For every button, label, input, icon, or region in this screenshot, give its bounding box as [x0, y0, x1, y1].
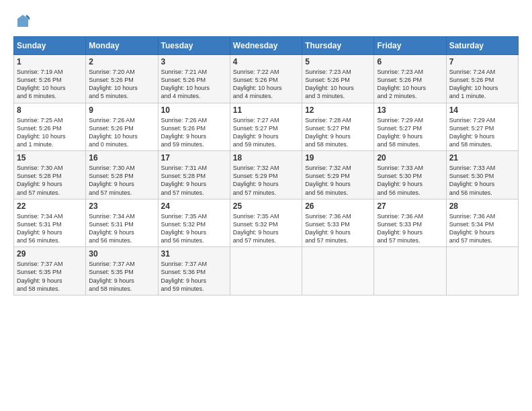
calendar-header-thursday: Thursday — [302, 37, 374, 55]
calendar-cell: 26Sunrise: 7:36 AM Sunset: 5:33 PM Dayli… — [302, 199, 374, 247]
calendar-cell: 5Sunrise: 7:23 AM Sunset: 5:26 PM Daylig… — [302, 55, 374, 103]
calendar-cell: 9Sunrise: 7:26 AM Sunset: 5:26 PM Daylig… — [86, 103, 158, 151]
day-number: 26 — [305, 201, 371, 211]
day-info: Sunrise: 7:24 AM Sunset: 5:26 PM Dayligh… — [449, 68, 515, 101]
day-info: Sunrise: 7:30 AM Sunset: 5:28 PM Dayligh… — [89, 164, 154, 197]
day-info: Sunrise: 7:33 AM Sunset: 5:30 PM Dayligh… — [377, 164, 443, 197]
calendar-cell: 14Sunrise: 7:29 AM Sunset: 5:27 PM Dayli… — [446, 103, 518, 151]
calendar-cell: 1Sunrise: 7:19 AM Sunset: 5:26 PM Daylig… — [14, 55, 86, 103]
day-info: Sunrise: 7:37 AM Sunset: 5:36 PM Dayligh… — [161, 260, 227, 293]
calendar-cell — [302, 247, 374, 295]
calendar-cell: 2Sunrise: 7:20 AM Sunset: 5:26 PM Daylig… — [86, 55, 158, 103]
day-number: 25 — [233, 201, 299, 211]
day-number: 2 — [89, 57, 154, 66]
day-number: 21 — [449, 153, 515, 163]
day-info: Sunrise: 7:34 AM Sunset: 5:31 PM Dayligh… — [17, 212, 83, 245]
calendar-cell — [230, 247, 302, 295]
calendar-cell: 31Sunrise: 7:37 AM Sunset: 5:36 PM Dayli… — [158, 247, 230, 295]
day-number: 12 — [305, 105, 371, 115]
day-number: 3 — [161, 57, 227, 66]
calendar-cell: 22Sunrise: 7:34 AM Sunset: 5:31 PM Dayli… — [14, 199, 86, 247]
day-info: Sunrise: 7:26 AM Sunset: 5:26 PM Dayligh… — [89, 116, 154, 149]
logo — [13, 13, 31, 30]
calendar-cell: 11Sunrise: 7:27 AM Sunset: 5:27 PM Dayli… — [230, 103, 302, 151]
calendar-cell: 27Sunrise: 7:36 AM Sunset: 5:33 PM Dayli… — [374, 199, 446, 247]
day-number: 1 — [17, 57, 83, 66]
day-info: Sunrise: 7:23 AM Sunset: 5:26 PM Dayligh… — [377, 68, 443, 101]
day-number: 18 — [233, 153, 299, 163]
day-info: Sunrise: 7:37 AM Sunset: 5:35 PM Dayligh… — [89, 260, 154, 293]
day-info: Sunrise: 7:29 AM Sunset: 5:27 PM Dayligh… — [449, 116, 515, 149]
day-info: Sunrise: 7:26 AM Sunset: 5:26 PM Dayligh… — [161, 116, 227, 149]
day-number: 6 — [377, 57, 443, 66]
calendar-cell: 3Sunrise: 7:21 AM Sunset: 5:26 PM Daylig… — [158, 55, 230, 103]
day-info: Sunrise: 7:36 AM Sunset: 5:33 PM Dayligh… — [305, 212, 371, 245]
calendar-cell: 19Sunrise: 7:32 AM Sunset: 5:29 PM Dayli… — [302, 151, 374, 199]
day-number: 27 — [377, 201, 443, 211]
day-number: 10 — [161, 105, 227, 115]
calendar-cell: 24Sunrise: 7:35 AM Sunset: 5:32 PM Dayli… — [158, 199, 230, 247]
day-info: Sunrise: 7:27 AM Sunset: 5:27 PM Dayligh… — [233, 116, 299, 149]
calendar-header-tuesday: Tuesday — [158, 37, 230, 55]
calendar-header-row: SundayMondayTuesdayWednesdayThursdayFrid… — [14, 37, 519, 55]
day-info: Sunrise: 7:33 AM Sunset: 5:30 PM Dayligh… — [449, 164, 515, 197]
day-info: Sunrise: 7:35 AM Sunset: 5:32 PM Dayligh… — [161, 212, 227, 245]
calendar-week-4: 22Sunrise: 7:34 AM Sunset: 5:31 PM Dayli… — [14, 199, 519, 247]
calendar-week-2: 8Sunrise: 7:25 AM Sunset: 5:26 PM Daylig… — [14, 103, 519, 151]
calendar-table: SundayMondayTuesdayWednesdayThursdayFrid… — [13, 36, 519, 295]
calendar-cell: 12Sunrise: 7:28 AM Sunset: 5:27 PM Dayli… — [302, 103, 374, 151]
day-number: 14 — [449, 105, 515, 115]
day-number: 22 — [17, 201, 83, 211]
calendar-cell: 13Sunrise: 7:29 AM Sunset: 5:27 PM Dayli… — [374, 103, 446, 151]
calendar-header-sunday: Sunday — [14, 37, 86, 55]
day-number: 23 — [89, 201, 154, 211]
calendar-header-saturday: Saturday — [446, 37, 518, 55]
day-number: 29 — [17, 249, 83, 259]
day-info: Sunrise: 7:20 AM Sunset: 5:26 PM Dayligh… — [89, 68, 154, 101]
calendar-cell — [374, 247, 446, 295]
calendar-cell: 7Sunrise: 7:24 AM Sunset: 5:26 PM Daylig… — [446, 55, 518, 103]
day-info: Sunrise: 7:34 AM Sunset: 5:31 PM Dayligh… — [89, 212, 154, 245]
day-info: Sunrise: 7:35 AM Sunset: 5:32 PM Dayligh… — [233, 212, 299, 245]
day-info: Sunrise: 7:28 AM Sunset: 5:27 PM Dayligh… — [305, 116, 371, 149]
day-info: Sunrise: 7:22 AM Sunset: 5:26 PM Dayligh… — [233, 68, 299, 101]
day-number: 24 — [161, 201, 227, 211]
calendar-header-friday: Friday — [374, 37, 446, 55]
day-info: Sunrise: 7:32 AM Sunset: 5:29 PM Dayligh… — [233, 164, 299, 197]
calendar-cell: 20Sunrise: 7:33 AM Sunset: 5:30 PM Dayli… — [374, 151, 446, 199]
calendar-cell: 4Sunrise: 7:22 AM Sunset: 5:26 PM Daylig… — [230, 55, 302, 103]
day-number: 5 — [305, 57, 371, 66]
day-info: Sunrise: 7:36 AM Sunset: 5:33 PM Dayligh… — [377, 212, 443, 245]
calendar-cell: 21Sunrise: 7:33 AM Sunset: 5:30 PM Dayli… — [446, 151, 518, 199]
day-number: 31 — [161, 249, 227, 259]
day-info: Sunrise: 7:31 AM Sunset: 5:28 PM Dayligh… — [161, 164, 227, 197]
calendar-cell: 28Sunrise: 7:36 AM Sunset: 5:34 PM Dayli… — [446, 199, 518, 247]
calendar-week-3: 15Sunrise: 7:30 AM Sunset: 5:28 PM Dayli… — [14, 151, 519, 199]
calendar-cell: 23Sunrise: 7:34 AM Sunset: 5:31 PM Dayli… — [86, 199, 158, 247]
logo-icon — [15, 13, 31, 30]
day-info: Sunrise: 7:30 AM Sunset: 5:28 PM Dayligh… — [17, 164, 83, 197]
day-info: Sunrise: 7:25 AM Sunset: 5:26 PM Dayligh… — [17, 116, 83, 149]
day-number: 15 — [17, 153, 83, 163]
calendar-week-1: 1Sunrise: 7:19 AM Sunset: 5:26 PM Daylig… — [14, 55, 519, 103]
calendar-week-5: 29Sunrise: 7:37 AM Sunset: 5:35 PM Dayli… — [14, 247, 519, 295]
day-number: 7 — [449, 57, 515, 66]
day-info: Sunrise: 7:23 AM Sunset: 5:26 PM Dayligh… — [305, 68, 371, 101]
day-number: 19 — [305, 153, 371, 163]
day-number: 8 — [17, 105, 83, 115]
calendar-cell: 17Sunrise: 7:31 AM Sunset: 5:28 PM Dayli… — [158, 151, 230, 199]
calendar-cell: 15Sunrise: 7:30 AM Sunset: 5:28 PM Dayli… — [14, 151, 86, 199]
calendar-cell: 25Sunrise: 7:35 AM Sunset: 5:32 PM Dayli… — [230, 199, 302, 247]
day-number: 9 — [89, 105, 154, 115]
day-info: Sunrise: 7:21 AM Sunset: 5:26 PM Dayligh… — [161, 68, 227, 101]
calendar-cell: 16Sunrise: 7:30 AM Sunset: 5:28 PM Dayli… — [86, 151, 158, 199]
calendar-header-monday: Monday — [86, 37, 158, 55]
calendar-cell: 18Sunrise: 7:32 AM Sunset: 5:29 PM Dayli… — [230, 151, 302, 199]
day-info: Sunrise: 7:32 AM Sunset: 5:29 PM Dayligh… — [305, 164, 371, 197]
calendar-cell: 29Sunrise: 7:37 AM Sunset: 5:35 PM Dayli… — [14, 247, 86, 295]
day-number: 17 — [161, 153, 227, 163]
day-info: Sunrise: 7:36 AM Sunset: 5:34 PM Dayligh… — [449, 212, 515, 245]
page-header — [13, 13, 519, 30]
day-number: 30 — [89, 249, 154, 259]
day-number: 4 — [233, 57, 299, 66]
